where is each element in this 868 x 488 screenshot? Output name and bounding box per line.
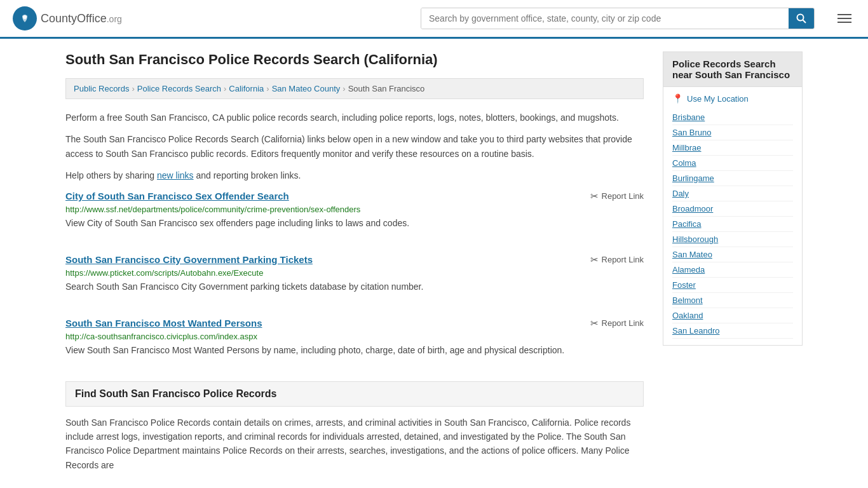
breadcrumb-public-records[interactable]: Public Records — [74, 84, 129, 93]
resource-desc-0: View City of South San Francisco sex off… — [65, 217, 644, 230]
use-location-btn[interactable]: 📍 Use My Location — [672, 93, 793, 104]
menu-line-3 — [837, 22, 851, 23]
sidebar-link[interactable]: Broadmoor — [672, 201, 793, 217]
resource-item-0: City of South San Francisco Sex Offender… — [65, 191, 644, 236]
resource-header-2: South San Francisco Most Wanted Persons … — [65, 318, 644, 329]
resource-header-0: City of South San Francisco Sex Offender… — [65, 191, 644, 202]
resource-title-1[interactable]: South San Francisco City Government Park… — [65, 254, 313, 265]
sidebar-link[interactable]: Daly — [672, 186, 793, 201]
sep-4: › — [342, 84, 345, 93]
content-area: South San Francisco Police Records Searc… — [65, 51, 644, 480]
resource-url-2[interactable]: http://ca-southsanfrancisco.civicplus.co… — [65, 332, 644, 341]
search-input[interactable] — [421, 8, 789, 29]
sidebar: Police Records Search near South San Fra… — [663, 51, 803, 480]
resource-title-2[interactable]: South San Francisco Most Wanted Persons — [65, 318, 262, 329]
report-icon-2: ✂ — [590, 318, 599, 329]
resource-title-0[interactable]: City of South San Francisco Sex Offender… — [65, 191, 289, 201]
sep-2: › — [224, 84, 226, 93]
svg-line-3 — [803, 20, 806, 24]
sidebar-link[interactable]: San Mateo — [672, 247, 793, 262]
sidebar-title: Police Records Search near South San Fra… — [672, 58, 793, 80]
menu-line-2 — [837, 18, 851, 19]
find-section-title: Find South San Francisco Police Records — [75, 388, 634, 400]
sidebar-link[interactable]: Belmont — [672, 293, 793, 308]
sidebar-content: 📍 Use My Location BrisbaneSan BrunoMillb… — [663, 87, 803, 346]
resource-header-1: South San Francisco City Government Park… — [65, 254, 644, 266]
sidebar-link[interactable]: Colma — [672, 156, 793, 171]
sidebar-link[interactable]: Burlingame — [672, 171, 793, 186]
logo-icon — [13, 6, 37, 30]
main-container: South San Francisco Police Records Searc… — [53, 39, 815, 488]
find-section-header: Find South San Francisco Police Records — [65, 381, 644, 407]
breadcrumb-san-mateo-county[interactable]: San Mateo County — [272, 84, 341, 93]
sidebar-title-box: Police Records Search near South San Fra… — [663, 51, 803, 87]
find-section-desc: South San Francisco Police Records conta… — [65, 416, 644, 473]
sidebar-link[interactable]: Hillsborough — [672, 232, 793, 247]
sidebar-link[interactable]: San Leandro — [672, 323, 793, 339]
sep-3: › — [266, 84, 269, 93]
site-header: CountyOffice.org — [0, 0, 868, 39]
breadcrumb-california[interactable]: California — [229, 84, 264, 93]
svg-point-2 — [797, 15, 804, 21]
sidebar-link[interactable]: Foster — [672, 278, 793, 293]
search-bar — [421, 8, 815, 29]
use-location-label: Use My Location — [687, 94, 749, 104]
resource-url-1[interactable]: https://www.pticket.com/scripts/Autobahn… — [65, 268, 644, 278]
new-links-link[interactable]: new links — [157, 170, 194, 180]
logo-link[interactable]: CountyOffice.org — [13, 6, 122, 30]
resource-item-2: South San Francisco Most Wanted Persons … — [65, 318, 644, 363]
menu-button[interactable] — [834, 10, 855, 27]
menu-line-1 — [837, 14, 851, 15]
report-icon-1: ✂ — [590, 254, 599, 266]
sidebar-link[interactable]: Alameda — [672, 262, 793, 278]
sidebar-links: BrisbaneSan BrunoMillbraeColmaBurlingame… — [672, 110, 793, 339]
sep-1: › — [132, 84, 134, 93]
description-3: Help others by sharing new links and rep… — [65, 168, 644, 182]
report-label-0: Report Link — [602, 191, 644, 201]
report-link-button-0[interactable]: ✂ Report Link — [590, 191, 644, 202]
report-link-button-1[interactable]: ✂ Report Link — [590, 254, 644, 266]
svg-point-1 — [23, 15, 27, 19]
sidebar-link[interactable]: Oakland — [672, 308, 793, 323]
resource-item-1: South San Francisco City Government Park… — [65, 254, 644, 300]
report-label-1: Report Link — [602, 255, 644, 264]
logo-text: CountyOffice.org — [41, 12, 122, 25]
report-link-button-2[interactable]: ✂ Report Link — [590, 318, 644, 329]
description-1: Perform a free South San Francisco, CA p… — [65, 111, 644, 125]
breadcrumb: Public Records › Police Records Search ›… — [65, 78, 644, 99]
sidebar-link[interactable]: Brisbane — [672, 110, 793, 125]
sidebar-link[interactable]: San Bruno — [672, 125, 793, 140]
sidebar-link[interactable]: Millbrae — [672, 140, 793, 156]
resource-desc-1: Search South San Francisco City Governme… — [65, 280, 644, 294]
report-label-2: Report Link — [602, 318, 644, 328]
report-icon-0: ✂ — [590, 191, 599, 202]
page-title: South San Francisco Police Records Searc… — [65, 51, 644, 68]
sidebar-link[interactable]: Pacifica — [672, 217, 793, 232]
resource-url-0[interactable]: http://www.ssf.net/departments/police/co… — [65, 205, 644, 214]
location-icon: 📍 — [672, 93, 683, 104]
breadcrumb-police-records-search[interactable]: Police Records Search — [137, 84, 221, 93]
search-button[interactable] — [789, 8, 814, 29]
breadcrumb-current: South San Francisco — [348, 84, 425, 93]
resource-desc-2: View South San Francisco Most Wanted Per… — [65, 344, 644, 357]
description-2: The South San Francisco Police Records S… — [65, 132, 644, 161]
